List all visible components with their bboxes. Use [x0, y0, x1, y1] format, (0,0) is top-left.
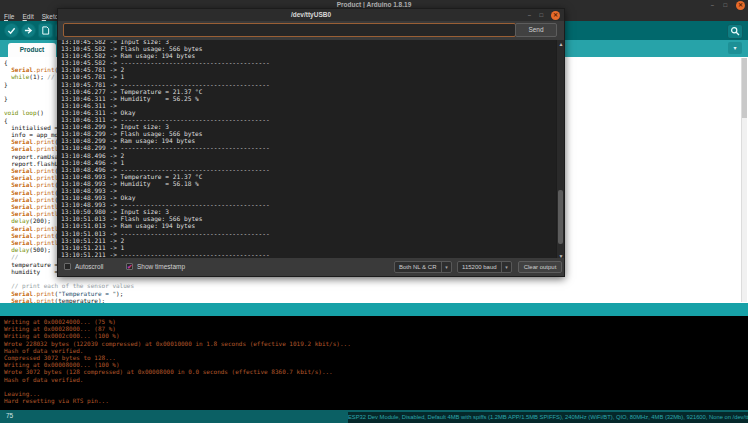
- menu-file[interactable]: File: [4, 13, 15, 20]
- console-line: Hash of data verified.: [4, 347, 748, 354]
- serial-log-output[interactable]: 13:10:45.582 -> Input size: 313:10:45.58…: [58, 40, 558, 260]
- document-icon: [41, 26, 50, 35]
- serial-log-line: 13:10:48.496 -> ------------------------…: [61, 166, 558, 173]
- maximize-icon[interactable]: □: [539, 11, 543, 20]
- serial-log-line: 13:10:51.211 -> ------------------------…: [61, 251, 558, 258]
- serial-monitor-title: /dev/ttyUSB0: [58, 11, 564, 18]
- serial-log-line: 13:10:48.993 -> Temperature = 21.37 °C: [61, 173, 558, 180]
- serial-monitor-controls: Autoscroll ✔ Show timestamp Both NL & CR…: [58, 258, 564, 276]
- serial-log-line: 13:10:45.781 -> 2: [61, 66, 558, 73]
- serial-log-line: 13:10:50.980 -> Input size: 3: [61, 208, 558, 215]
- serial-send-input[interactable]: [63, 23, 516, 37]
- serial-log-line: 13:10:45.582 -> ------------------------…: [61, 59, 558, 66]
- console-line: Hash of data verified.: [4, 376, 748, 383]
- verify-button[interactable]: [4, 23, 19, 38]
- new-sketch-button[interactable]: [38, 23, 53, 38]
- console-divider: [0, 303, 748, 316]
- minimize-icon[interactable]: −: [711, 1, 715, 10]
- serial-log-line: 13:10:48.496 -> 2: [61, 152, 558, 159]
- serial-log-line: 13:10:46.311 -> Humidity = 56.25 %: [61, 95, 558, 102]
- board-info: ESP32 Dev Module, Disabled, Default 4MB …: [348, 412, 748, 423]
- serial-log-line: 13:10:51.211 -> 2: [61, 237, 558, 244]
- close-icon[interactable]: ✕: [736, 1, 745, 10]
- minimize-icon[interactable]: −: [528, 11, 532, 20]
- serial-log-line: 13:10:46.311 -> ------------------------…: [61, 116, 558, 123]
- serial-log-line: 13:10:48.993 -> Humidity = 56.18 %: [61, 180, 558, 187]
- tab-product[interactable]: Product: [8, 43, 56, 57]
- serial-log-line: 13:10:51.013 -> ------------------------…: [61, 230, 558, 237]
- console-line: Compressed 3072 bytes to 128...: [4, 354, 748, 361]
- console-line: Hard resetting via RTS pin...: [4, 397, 748, 404]
- serial-log-line: 13:10:46.311 ->: [61, 102, 558, 109]
- console-line: Writing at 0x0002c000... (100 %): [4, 332, 748, 339]
- code-line: // print each of the sensor values: [4, 282, 748, 289]
- console-line: Writing at 0x00028000... (87 %): [4, 325, 748, 332]
- serial-input-row: Send: [58, 21, 564, 40]
- serial-log-line: 13:10:51.211 -> 1: [61, 244, 558, 251]
- line-ending-value: Both NL & CR: [399, 264, 436, 270]
- scroll-up-icon[interactable]: ▲: [557, 40, 565, 48]
- console-line: Writing at 0x00024000... (75 %): [4, 318, 748, 325]
- serial-log-line: 13:10:51.013 -> Ram usage: 194 bytes: [61, 222, 558, 229]
- show-timestamp-checkbox[interactable]: ✔: [126, 263, 133, 270]
- serial-log-line: 13:10:48.299 -> Input size: 3: [61, 123, 558, 130]
- serial-monitor-titlebar: /dev/ttyUSB0 − □ ✕: [58, 9, 564, 21]
- serial-log-line: 13:10:48.993 ->: [61, 187, 558, 194]
- serial-log-line: 13:10:45.582 -> Ram usage: 194 bytes: [61, 52, 558, 59]
- line-ending-dropdown[interactable]: Both NL & CR ▾: [394, 261, 452, 273]
- upload-button[interactable]: [21, 23, 36, 38]
- serial-monitor-window: /dev/ttyUSB0 − □ ✕ Send 13:10:45.582 -> …: [57, 8, 565, 277]
- clear-output-button[interactable]: Clear output: [518, 261, 562, 273]
- serial-log-line: 13:10:48.993 -> Okay: [61, 194, 558, 201]
- console-line: Wrote 3072 bytes (128 compressed) at 0x0…: [4, 368, 748, 375]
- serial-log-scrollbar[interactable]: ▲ ▼: [556, 40, 564, 260]
- serial-log-line: 13:10:48.496 -> 1: [61, 159, 558, 166]
- serial-log-line: 13:10:48.299 -> Ram usage: 194 bytes: [61, 137, 558, 144]
- console-line: Leaving...: [4, 390, 748, 397]
- serial-log-line: 13:10:45.582 -> Flash usage: 566 bytes: [61, 45, 558, 52]
- ide-statusbar: 75 ESP32 Dev Module, Disabled, Default 4…: [0, 410, 748, 423]
- serial-log-line: 13:10:48.993 -> ------------------------…: [61, 201, 558, 208]
- screen: Product | Arduino 1.8.19 − □ ✕ FileEditS…: [0, 0, 748, 423]
- autoscroll-label: Autoscroll: [75, 263, 104, 270]
- serial-log-line: 13:10:48.299 -> ------------------------…: [61, 144, 558, 151]
- serial-log-line: 13:10:45.781 -> 1: [61, 73, 558, 80]
- serial-monitor-button[interactable]: [727, 24, 743, 39]
- cursor-line-number: 75: [6, 412, 13, 419]
- check-icon: [7, 26, 16, 35]
- scrollbar-thumb[interactable]: [558, 190, 563, 244]
- serial-log-line: 13:10:46.277 -> Temperature = 21.37 °C: [61, 88, 558, 95]
- serial-log-line: 13:10:51.013 -> Flash usage: 566 bytes: [61, 215, 558, 222]
- serial-log-line: 13:10:48.299 -> Flash usage: 566 bytes: [61, 130, 558, 137]
- baud-rate-dropdown[interactable]: 115200 baud ▾: [457, 261, 512, 273]
- chevron-down-icon: ▾: [733, 45, 736, 51]
- autoscroll-checkbox[interactable]: [64, 263, 71, 270]
- editor-scrollbar[interactable]: [741, 58, 747, 302]
- close-icon[interactable]: ✕: [551, 11, 560, 20]
- chevron-down-icon: ▾: [501, 262, 511, 272]
- console-line: Wrote 228032 bytes (122039 compressed) a…: [4, 340, 748, 347]
- send-button[interactable]: Send: [515, 23, 557, 37]
- serial-log-line: 13:10:45.781 -> ------------------------…: [61, 81, 558, 88]
- show-timestamp-label: Show timestamp: [137, 263, 185, 270]
- menu-edit[interactable]: Edit: [23, 13, 34, 20]
- upload-console[interactable]: Writing at 0x00024000... (75 %)Writing a…: [0, 316, 748, 410]
- console-line: [4, 383, 748, 390]
- ide-window-title: Product | Arduino 1.8.19: [0, 1, 748, 8]
- right-arrow-icon: [24, 26, 33, 35]
- maximize-icon[interactable]: □: [723, 1, 727, 10]
- tab-list-dropdown[interactable]: ▾: [728, 42, 742, 54]
- code-line: Serial.print("Temperature = ");: [4, 290, 748, 297]
- serial-log-line: 13:10:46.311 -> Okay: [61, 109, 558, 116]
- console-line: Writing at 0x00008000... (100 %): [4, 361, 748, 368]
- magnifier-icon: [730, 22, 740, 40]
- chevron-down-icon: ▾: [441, 262, 451, 272]
- baud-rate-value: 115200 baud: [462, 264, 497, 270]
